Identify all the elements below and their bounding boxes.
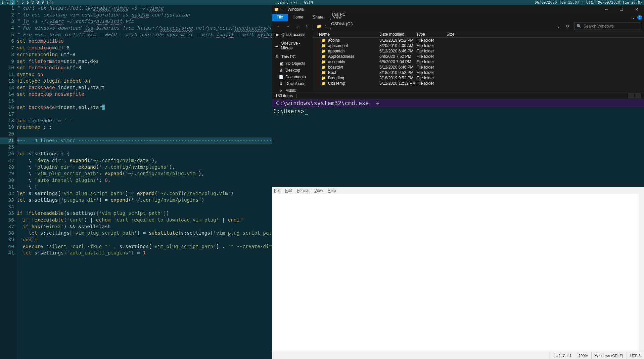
code-line[interactable]: set nobackup noswapfile [17,91,272,98]
file-row[interactable]: 📁appcompat8/20/2019 4:00 AMFile folder [312,43,644,48]
code-line[interactable]: let s:settings['vim_plug_script_path'] =… [17,190,272,197]
sidebar-item[interactable]: ★Quick access [272,31,312,38]
sidebar-item[interactable]: 🖥This PC [272,53,312,60]
nav-forward[interactable]: → [285,24,291,29]
workspace-tab-9[interactable]: 9 [40,0,45,5]
code-line[interactable] [17,204,272,210]
notepad-textarea[interactable] [272,194,644,352]
close-button[interactable]: ✕ [629,5,644,14]
code-line[interactable]: nnoremap ; : [17,124,272,131]
ribbon-tab-share[interactable]: Share [308,14,328,21]
code-line[interactable]: set nocompatible [17,38,272,45]
code-line[interactable]: let s:settings = { [17,151,272,157]
code-line[interactable]: " ln -s ~/.vimrc ~/.config/nvim/init.vim [17,18,272,25]
file-row[interactable]: 📁Branding3/18/2019 9:52 PMFile folder [312,75,644,81]
code-line[interactable]: if !filereadable(s:settings['vim_plug_sc… [17,210,272,217]
sidebar-item[interactable]: ▣3D Objects [272,60,312,67]
code-line[interactable]: let s:settings['plugins_dir'] = expand('… [17,197,272,204]
file-row[interactable]: 📁apppatch5/12/2020 6:46 PMFile folder [312,48,644,54]
file-row[interactable]: 📁addins3/18/2019 9:52 PMFile folder [312,38,644,43]
sidebar-item[interactable]: ☁OneDrive - Micros [272,40,312,51]
notepad-window[interactable]: FileEditFormatViewHelp Ln 1, Col 1 100% … [272,187,644,359]
maximize-button[interactable]: ☐ [614,5,629,14]
code-line[interactable]: set backspace=indent,eol,start [17,84,272,91]
code-line[interactable]: set fileformats=unix,mac,dos [17,58,272,65]
search-input[interactable]: 🔍 Search Windows [574,23,641,30]
refresh-icon[interactable]: ⟳ [565,24,571,29]
nav-up[interactable]: ↑ [304,24,309,29]
code-line[interactable]: set backspace=indent,eol,start [17,104,272,111]
ribbon-expand[interactable]: ⌄ [632,15,635,20]
minimize-button[interactable]: ─ [599,5,614,14]
column-header[interactable]: Name [312,32,379,37]
code-line[interactable]: +-- 4 lines: vimrc ---------------------… [17,137,272,144]
code-line[interactable]: \ 'auto_install_plugins': 0, [17,177,272,184]
workspace-tab-5[interactable]: 5 [20,0,25,5]
code-line[interactable]: filetype plugin indent on [17,78,272,85]
menu-file[interactable]: File [274,188,280,193]
workspace-tab-2[interactable]: 2 [5,0,10,5]
code-line[interactable]: execute 'silent !curl -fkLo "' . s:setti… [17,243,272,250]
code-line[interactable]: \ 'plugins_dir': expand('~/.config/nvim/… [17,164,272,171]
file-row[interactable]: 📁Boot3/18/2019 9:52 PMFile folder [312,70,644,75]
code-area[interactable]: " curl -Lk https://bit.ly/prabir-vimrc -… [17,5,272,359]
explorer-save-icon[interactable]: ▫ [281,7,282,12]
sidebar-item[interactable]: 📄Documents [272,74,312,80]
code-line[interactable]: scriptencoding utf-8 [17,51,272,58]
code-line[interactable]: \ } [17,184,272,191]
code-line[interactable]: " Fro mac: brew install vim --HEAD --wit… [17,32,272,38]
code-line[interactable]: if has('win32') && &shellslash [17,224,272,230]
menu-help[interactable]: Help [328,188,336,193]
workspace-tab-1[interactable]: 1 [0,0,5,5]
explorer-sidebar[interactable]: ★Quick access☁OneDrive - Micros🖥This PC▣… [272,31,312,92]
code-line[interactable]: let mapleader = ' ' [17,118,272,124]
file-row[interactable]: 📁bcastdvr5/12/2020 6:46 PMFile folder [312,65,644,70]
code-line[interactable]: " For windows download lua binaries from… [17,25,272,32]
sidebar-item[interactable]: ⬇Downloads [272,80,312,87]
code-line[interactable] [17,98,272,105]
code-line[interactable]: " curl -Lk https://bit.ly/prabir-vimrc -… [17,5,272,12]
code-line[interactable]: " to use existing vim configuration as n… [17,12,272,18]
column-headers[interactable]: NameDate modifiedTypeSize [312,31,644,38]
view-icons-button[interactable] [635,93,641,98]
code-line[interactable]: endif [17,237,272,243]
workspace-tab-4[interactable]: 4 [15,0,20,5]
ribbon-tab-home[interactable]: Home [288,14,308,21]
sidebar-item[interactable]: 🖥Desktop [272,67,312,74]
chevron-down-icon[interactable]: ⌄ [555,24,561,29]
workspace-tab-6[interactable]: 6 [25,0,30,5]
scrollbar-vertical[interactable] [639,194,644,352]
file-row[interactable]: 📁CbsTemp5/12/2020 12:32 PMFile folder [312,81,644,86]
column-header[interactable]: Size [447,32,467,37]
gvim-window[interactable]: 1234567891011121314151617181920212526272… [0,5,272,359]
workspace-tab-7[interactable]: 7 [30,0,35,5]
code-line[interactable]: let s:settings['vim_plug_script_path'] =… [17,230,272,237]
code-line[interactable]: set encoding=utf-8 [17,45,272,51]
breadcrumb-item[interactable]: OSDisk (C:) [330,22,354,26]
menu-format[interactable]: Format [297,188,310,193]
code-line[interactable] [17,144,272,151]
column-header[interactable]: Date modified [379,32,416,37]
code-line[interactable]: let s:settings['auto_install_plugins'] =… [17,250,272,256]
view-details-button[interactable] [628,93,634,98]
code-line[interactable]: syntax on [17,71,272,78]
menu-edit[interactable]: Edit [285,188,292,193]
workspace-tab-3[interactable]: 3 [10,0,15,5]
column-header[interactable]: Type [416,32,447,37]
sidebar-item[interactable]: ♪Music [272,87,312,92]
nav-back[interactable]: ← [275,24,281,29]
nav-recent[interactable]: ⌄ [295,24,301,29]
file-row[interactable]: 📁AppReadiness6/8/2020 7:52 PMFile folder [312,54,644,59]
file-list[interactable]: NameDate modifiedTypeSize 📁addins3/18/20… [312,31,644,92]
file-explorer[interactable]: 📁 ▫ | Windows ─ ☐ ✕ FileHomeShareView⌄? … [272,5,644,99]
ribbon-tab-file[interactable]: File [272,14,288,21]
code-line[interactable]: \ 'data_dir': expand('~/.config/nvim/dat… [17,157,272,164]
menu-view[interactable]: View [314,188,323,193]
workspace-tab-8[interactable]: 8 [35,0,40,5]
breadcrumb-item[interactable]: This PC [330,12,354,17]
terminal-tab[interactable]: C:\windows\system32\cmd.exe [272,99,373,107]
terminal-body[interactable]: C:\Users> [272,107,644,187]
terminal-window[interactable]: C:\windows\system32\cmd.exe + C:\Users> [272,99,644,187]
code-line[interactable]: \ 'vim_plug_script_path': expand('~/.con… [17,170,272,177]
code-line[interactable] [17,111,272,118]
